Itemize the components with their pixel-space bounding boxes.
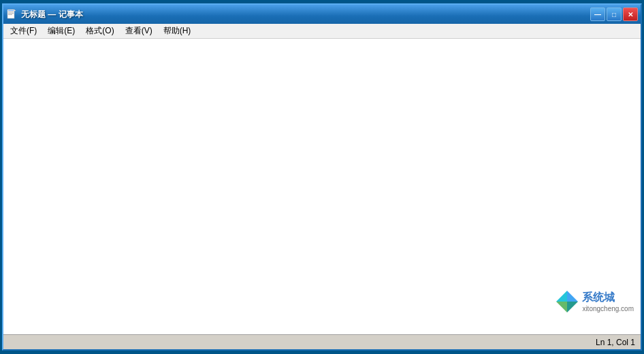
svg-rect-2 xyxy=(8,12,14,12)
svg-marker-9 xyxy=(567,291,578,302)
close-button[interactable]: ✕ xyxy=(623,7,638,21)
svg-rect-4 xyxy=(8,14,12,15)
menu-file[interactable]: 文件(F) xyxy=(5,25,42,38)
menu-edit[interactable]: 编辑(E) xyxy=(42,25,80,38)
status-bar: Ln 1, Col 1 xyxy=(3,334,641,349)
menu-format[interactable]: 格式(O) xyxy=(80,25,119,38)
title-bar: 无标题 — 记事本 — □ ✕ xyxy=(3,5,641,24)
svg-rect-1 xyxy=(8,10,14,11)
menu-view[interactable]: 查看(V) xyxy=(120,25,158,38)
text-editor[interactable] xyxy=(3,39,641,334)
minimize-button[interactable]: — xyxy=(590,7,605,21)
title-bar-left: 无标题 — 记事本 xyxy=(6,9,83,20)
window-controls: — □ ✕ xyxy=(590,7,638,21)
watermark-text-group: 系统城 xitongcheng.com xyxy=(582,291,634,312)
window-title: 无标题 — 记事本 xyxy=(21,9,83,20)
editor-area: 系统城 xitongcheng.com xyxy=(3,39,641,334)
svg-rect-3 xyxy=(8,13,14,14)
svg-marker-8 xyxy=(556,302,567,312)
svg-marker-10 xyxy=(567,302,578,312)
menu-bar: 文件(F) 编辑(E) 格式(O) 查看(V) 帮助(H) xyxy=(3,24,641,39)
menu-help[interactable]: 帮助(H) xyxy=(158,25,197,38)
watermark: 系统城 xitongcheng.com xyxy=(555,289,634,314)
svg-marker-7 xyxy=(556,291,567,302)
watermark-diamond-icon xyxy=(555,289,579,314)
watermark-brand: 系统城 xyxy=(582,291,634,305)
maximize-button[interactable]: □ xyxy=(607,7,622,21)
app-icon xyxy=(6,9,17,20)
notepad-window: 无标题 — 记事本 — □ ✕ 文件(F) 编辑(E) 格式(O) 查看(V) … xyxy=(2,3,642,351)
cursor-position: Ln 1, Col 1 xyxy=(596,338,635,347)
watermark-url: xitongcheng.com xyxy=(582,305,634,312)
